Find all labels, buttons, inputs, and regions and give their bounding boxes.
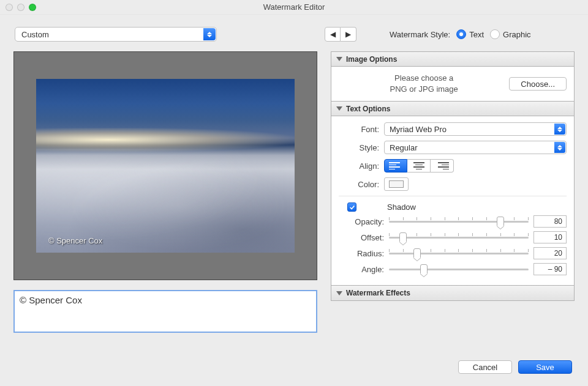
left-column: © Spencer Cox © Spencer Cox — [13, 51, 317, 333]
shadow-label: Shadow — [387, 202, 416, 212]
chevron-down-icon — [336, 57, 342, 61]
chevron-down-icon — [336, 291, 342, 295]
image-options-title: Image Options — [346, 55, 397, 64]
preview-watermark-text: © Spencer Cox — [48, 236, 102, 245]
zoom-icon[interactable] — [29, 4, 36, 11]
align-segmented — [384, 159, 454, 173]
align-left-button[interactable] — [384, 159, 407, 173]
color-chip-icon — [389, 180, 404, 188]
titlebar: Watermark Editor — [0, 0, 588, 15]
content-area: © Spencer Cox © Spencer Cox Image Option… — [0, 46, 588, 333]
offset-field[interactable]: 10 — [533, 231, 567, 243]
color-label: Color: — [339, 180, 384, 189]
close-icon[interactable] — [6, 4, 13, 11]
separator — [339, 196, 567, 196]
shadow-checkbox[interactable] — [347, 202, 356, 212]
radius-field[interactable]: 20 — [533, 247, 567, 259]
window-controls — [6, 4, 36, 11]
style-text-radio-label: Text — [469, 30, 484, 39]
angle-field[interactable]: – 90 — [533, 263, 567, 275]
dialog-footer: Cancel Save — [458, 360, 572, 374]
watermark-effects-header[interactable]: Watermark Effects — [331, 286, 574, 300]
save-button[interactable]: Save — [518, 360, 572, 374]
preset-select[interactable]: Custom — [15, 27, 217, 42]
chevron-up-down-icon — [554, 142, 565, 153]
text-options-header[interactable]: Text Options — [331, 102, 574, 116]
style-text-radio[interactable]: Text — [456, 29, 484, 39]
chevron-up-down-icon — [203, 28, 216, 40]
prev-image-button[interactable]: ◀ — [325, 27, 341, 42]
align-label: Align: — [339, 161, 384, 171]
chevron-down-icon — [336, 106, 342, 111]
offset-slider[interactable] — [389, 232, 529, 243]
window-title: Watermark Editor — [5, 2, 583, 12]
next-image-button[interactable]: ▶ — [341, 27, 356, 42]
style-graphic-radio[interactable]: Graphic — [490, 29, 531, 39]
angle-slider[interactable] — [389, 264, 529, 275]
radius-label: Radius: — [339, 249, 384, 258]
watermark-effects-title: Watermark Effects — [346, 289, 410, 297]
watermark-effects-panel: Watermark Effects — [331, 285, 574, 300]
preview-nav: ◀ ▶ — [325, 27, 356, 42]
style-graphic-radio-label: Graphic — [503, 30, 531, 39]
offset-label: Offset: — [339, 233, 384, 242]
font-select[interactable]: Myriad Web Pro — [384, 122, 567, 136]
options-panel-stack: Image Options Please choose a PNG or JPG… — [331, 51, 575, 301]
watermark-text-input[interactable]: © Spencer Cox — [13, 290, 317, 333]
opacity-field[interactable]: 80 — [533, 215, 567, 228]
preview-image: © Spencer Cox — [36, 79, 295, 253]
preset-select-value: Custom — [21, 30, 49, 39]
style-label: Style: — [339, 143, 384, 152]
radius-slider[interactable] — [389, 248, 529, 259]
cancel-button[interactable]: Cancel — [458, 360, 512, 374]
image-options-panel: Image Options Please choose a PNG or JPG… — [331, 52, 574, 101]
chevron-up-down-icon — [554, 124, 565, 135]
check-icon — [349, 204, 355, 210]
image-options-header[interactable]: Image Options — [331, 52, 574, 67]
watermark-style-group: Watermark Style: Text Graphic — [390, 29, 531, 39]
preview-frame: © Spencer Cox — [13, 51, 317, 280]
font-select-value: Myriad Web Pro — [390, 125, 447, 134]
image-options-message: Please choose a PNG or JPG image — [339, 73, 509, 95]
font-style-select[interactable]: Regular — [384, 141, 567, 154]
choose-image-button[interactable]: Choose... — [509, 77, 567, 91]
align-center-button[interactable] — [407, 159, 431, 173]
right-column: Image Options Please choose a PNG or JPG… — [331, 51, 575, 333]
angle-label: Angle: — [339, 265, 384, 274]
opacity-slider[interactable] — [389, 216, 529, 227]
watermark-text-value: © Spencer Cox — [20, 295, 82, 305]
font-style-select-value: Regular — [390, 143, 418, 152]
color-swatch[interactable] — [384, 177, 409, 191]
text-options-title: Text Options — [346, 105, 390, 113]
opacity-label: Opacity: — [339, 217, 384, 226]
minimize-icon[interactable] — [17, 4, 24, 11]
top-controls: Custom ◀ ▶ Watermark Style: Text Graphic — [0, 15, 588, 46]
text-options-panel: Text Options Font: Myriad Web Pro Style:… — [331, 101, 574, 285]
align-right-button[interactable] — [431, 159, 454, 173]
watermark-style-label: Watermark Style: — [390, 30, 450, 39]
font-label: Font: — [339, 125, 384, 134]
